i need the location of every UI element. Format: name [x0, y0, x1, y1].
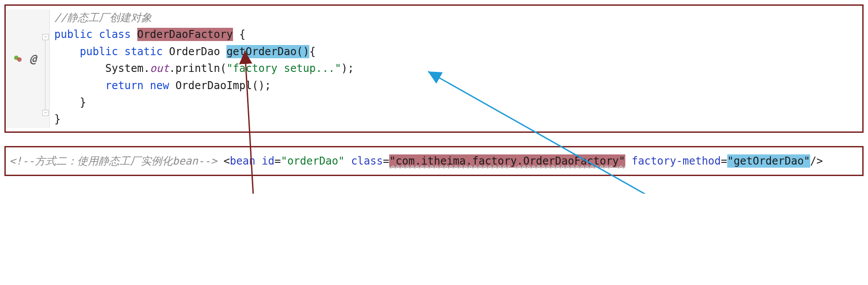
fold-line: [45, 40, 45, 110]
attr-id: id: [262, 155, 274, 167]
kw-static: static: [124, 45, 163, 58]
svg-point-2: [19, 59, 21, 61]
java-code[interactable]: //静态工厂创建对象 public class OrderDaoFactory …: [50, 9, 862, 128]
brace: {: [233, 28, 246, 41]
fold-marker-open[interactable]: −: [42, 34, 49, 40]
val-class-highlight: "com.itheima.factory.OrderDaoFactory": [389, 154, 625, 168]
annotation-icon[interactable]: @: [30, 50, 37, 68]
kw-class: class: [99, 28, 131, 41]
kw-new: new: [150, 79, 169, 92]
bean-tag: bean: [230, 155, 256, 167]
kw-public: public: [80, 45, 118, 58]
string-literal: "factory setup...": [226, 62, 341, 75]
impl-type: OrderDaoImpl();: [176, 79, 271, 92]
out-field: out: [150, 62, 169, 75]
fold-marker-close[interactable]: −: [42, 110, 49, 116]
val-id: "orderDao": [281, 155, 345, 167]
kw-return: return: [105, 79, 144, 92]
kw-public: public: [54, 28, 93, 41]
java-code-panel: @ − − //静态工厂创建对象 public class OrderDaoFa…: [4, 4, 864, 133]
attr-class: class: [351, 155, 383, 167]
code-comment: //静态工厂创建对象: [54, 11, 152, 24]
brace-close: }: [80, 96, 86, 109]
xml-config-panel: <!--方式二：使用静态工厂实例化bean--> <bean id="order…: [4, 146, 864, 176]
system-ref: System: [105, 62, 144, 75]
xml-comment: <!--方式二：使用静态工厂实例化bean-->: [9, 155, 217, 167]
spring-bean-icon[interactable]: [14, 51, 23, 68]
brace-close: }: [54, 113, 60, 125]
editor-gutter: @ − −: [6, 9, 50, 128]
val-fm-highlight: "getOrderDao": [727, 154, 810, 168]
method-name-highlight: getOrderDao(): [226, 45, 309, 58]
xml-code[interactable]: <!--方式二：使用静态工厂实例化bean--> <bean id="order…: [9, 153, 859, 169]
brace: {: [309, 45, 316, 58]
return-type: OrderDao: [169, 45, 220, 58]
attr-factory-method: factory-method: [631, 155, 721, 167]
println-call: println: [176, 62, 220, 75]
class-name-highlight: OrderDaoFactory: [137, 28, 233, 41]
